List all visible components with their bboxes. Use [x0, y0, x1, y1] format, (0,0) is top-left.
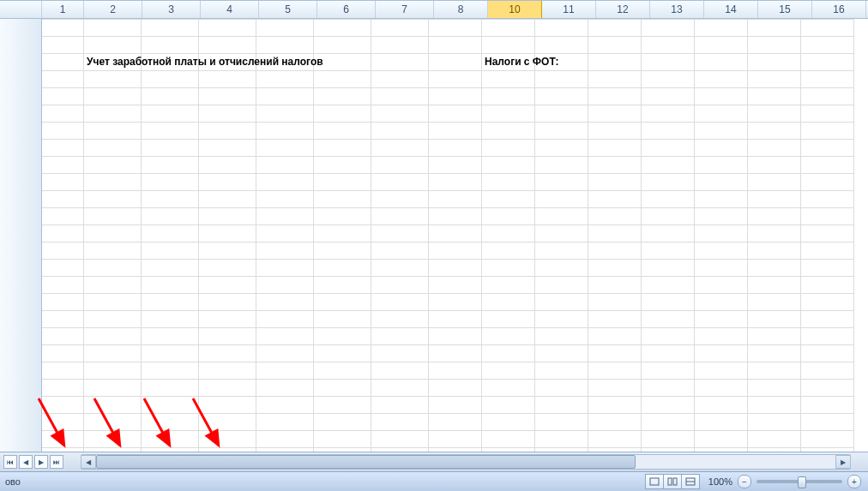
status-text: ово	[5, 476, 21, 487]
title-left[interactable]: Учет заработной платы и отчислений налог…	[83, 53, 434, 70]
col-header-7[interactable]: 7	[376, 1, 434, 18]
col-header-1[interactable]: 1	[42, 1, 84, 18]
col-header-16[interactable]: 16	[812, 1, 866, 18]
zoom-knob[interactable]	[798, 476, 806, 488]
tab-prev-button[interactable]: ◀	[19, 455, 33, 469]
svg-rect-1	[668, 478, 672, 485]
zoom-out-button[interactable]: −	[738, 475, 751, 488]
column-headers: 1234567810111213141516	[0, 0, 868, 19]
sheet-tabs-bar: ⏮ ◀ ▶ ⏭ ◀ ▶	[0, 452, 868, 471]
grid-area: Учет заработной платы и отчислений налог…	[0, 19, 868, 452]
col-header-4[interactable]: 4	[201, 1, 259, 18]
tab-first-button[interactable]: ⏮	[3, 455, 17, 469]
col-header-11[interactable]: 11	[542, 1, 596, 18]
view-pagebreak-button[interactable]	[681, 474, 700, 489]
col-header-2[interactable]: 2	[84, 1, 142, 18]
col-header-10[interactable]: 10	[488, 1, 542, 18]
col-header-8[interactable]: 8	[434, 1, 488, 18]
title-right[interactable]: Налоги с ФОТ:	[481, 53, 647, 70]
scroll-thumb[interactable]	[96, 455, 636, 469]
col-header-14[interactable]: 14	[704, 1, 758, 18]
select-all-corner[interactable]	[0, 1, 42, 18]
row-headers[interactable]	[0, 19, 42, 452]
tab-nav-buttons: ⏮ ◀ ▶ ⏭	[0, 452, 67, 471]
zoom-controls: 100% − +	[708, 475, 861, 488]
zoom-level: 100%	[708, 476, 732, 487]
scroll-right-button[interactable]: ▶	[835, 455, 851, 469]
col-header-5[interactable]: 5	[259, 1, 317, 18]
col-header-3[interactable]: 3	[142, 1, 201, 18]
zoom-in-button[interactable]: +	[847, 475, 861, 488]
horizontal-scrollbar[interactable]: ◀ ▶	[81, 454, 851, 470]
view-buttons	[646, 474, 700, 489]
status-bar: ово 100% − +	[0, 471, 868, 491]
spreadsheet-grid[interactable]: Учет заработной платы и отчислений налог…	[42, 19, 868, 452]
svg-rect-0	[650, 478, 659, 485]
view-layout-button[interactable]	[663, 474, 682, 489]
horizontal-scroll-area: ◀ ▶	[81, 452, 851, 471]
col-header-12[interactable]: 12	[596, 1, 650, 18]
svg-rect-2	[673, 478, 677, 485]
tab-next-button[interactable]: ▶	[34, 455, 48, 469]
col-header-13[interactable]: 13	[650, 1, 704, 18]
zoom-slider[interactable]	[756, 480, 842, 483]
view-normal-button[interactable]	[645, 474, 664, 489]
col-header-15[interactable]: 15	[758, 1, 812, 18]
scroll-left-button[interactable]: ◀	[81, 455, 96, 469]
col-header-6[interactable]: 6	[317, 1, 376, 18]
excel-window: 1234567810111213141516 Учет заработной п…	[0, 0, 868, 491]
tab-last-button[interactable]: ⏭	[50, 455, 63, 469]
